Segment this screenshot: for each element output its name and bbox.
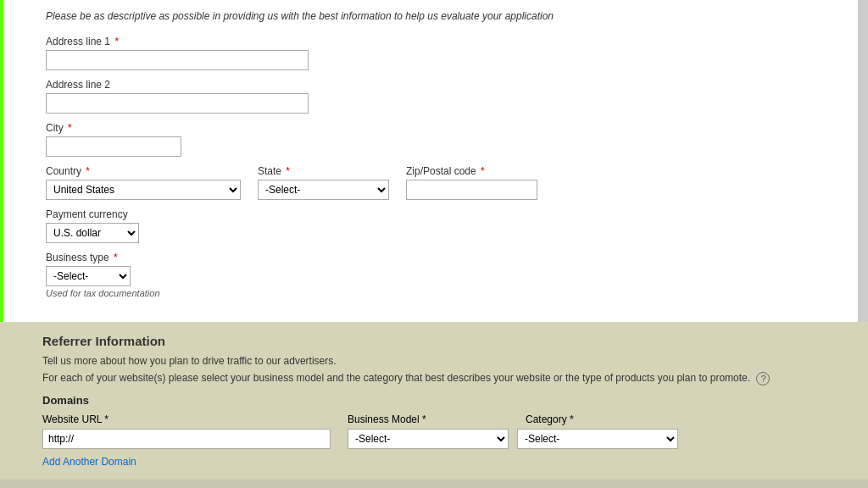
category-select[interactable]: -Select-	[517, 429, 678, 449]
business-type-group: Business type * -Select- Used for tax do…	[46, 252, 826, 298]
domains-title: Domains	[42, 394, 826, 407]
referrer-desc1: Tell us more about how you plan to drive…	[42, 355, 826, 367]
url-column-label: Website URL *	[42, 413, 331, 425]
domains-header-row: Website URL * Business Model * Category …	[42, 413, 826, 425]
tax-note: Used for tax documentation	[46, 288, 826, 298]
address2-label: Address line 2	[46, 79, 826, 91]
state-select[interactable]: -Select-	[258, 180, 389, 200]
bm-column-label: Business Model *	[348, 413, 517, 425]
address-form-section: Please be as descriptive as possible in …	[0, 0, 868, 322]
state-group: State * -Select-	[258, 165, 389, 200]
website-url-input[interactable]	[42, 429, 331, 449]
referrer-title: Referrer Information	[42, 334, 826, 348]
cat-column-label: Category *	[526, 413, 695, 425]
country-label: Country *	[46, 165, 241, 177]
currency-group: Payment currency U.S. dollar	[46, 208, 826, 243]
city-label: City *	[46, 122, 826, 134]
help-icon[interactable]: ?	[756, 372, 770, 385]
scrollbar[interactable]	[858, 0, 868, 322]
zip-input[interactable]	[406, 180, 537, 200]
address1-group: Address line 1 *	[46, 36, 826, 70]
address2-group: Address line 2	[46, 79, 826, 114]
country-select[interactable]: United States	[46, 180, 241, 200]
currency-select[interactable]: U.S. dollar	[46, 223, 139, 243]
add-domain-link[interactable]: Add Another Domain	[42, 456, 136, 468]
form-description: Please be as descriptive as possible in …	[46, 8, 826, 24]
state-label: State *	[258, 165, 389, 177]
address2-input[interactable]	[46, 93, 309, 114]
zip-group: Zip/Postal code *	[406, 165, 537, 200]
address1-input[interactable]	[46, 50, 309, 70]
business-type-select[interactable]: -Select-	[46, 266, 131, 286]
business-type-label: Business type *	[46, 252, 826, 263]
zip-label: Zip/Postal code *	[406, 165, 537, 177]
city-input[interactable]	[46, 136, 181, 157]
domains-input-row: -Select- -Select-	[42, 429, 826, 449]
business-model-select[interactable]: -Select-	[348, 429, 509, 449]
referrer-section: Referrer Information Tell us more about …	[0, 322, 868, 480]
address1-label: Address line 1 *	[46, 36, 826, 47]
referrer-desc2: For each of your website(s) please selec…	[42, 372, 826, 385]
currency-label: Payment currency	[46, 208, 826, 220]
country-state-zip-row: Country * United States State * -Select-…	[46, 165, 826, 208]
country-group: Country * United States	[46, 165, 241, 200]
city-group: City *	[46, 122, 826, 157]
